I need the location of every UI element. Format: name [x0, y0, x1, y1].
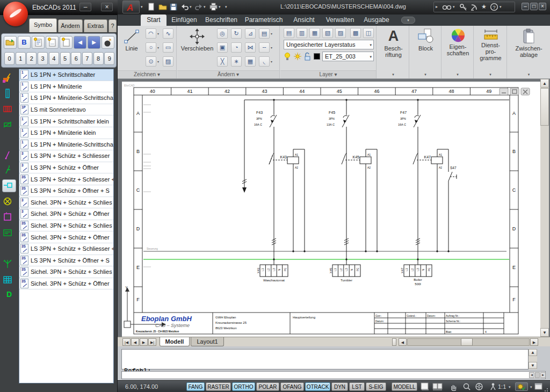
list-item[interactable]: 1LS 1PN + Schrittschalter [19, 69, 113, 81]
circle-caret-icon[interactable]: ▾ [157, 46, 159, 49]
list-item[interactable]: 3SSichel. 3PN + Schütz + Öffner [19, 278, 113, 290]
draworder-caret-icon[interactable]: ▾ [271, 32, 272, 35]
cmd-hscroll-thumb[interactable] [535, 372, 540, 378]
combo-caret-icon[interactable]: ▾ [370, 53, 372, 61]
titlebar[interactable]: A ▾ ▾ ▾ ▾ ▾ L:\2011\EBOCADS\MUSTERSCHEMA… [118, 0, 550, 14]
ribbon-tab-beschriften[interactable]: Beschriften [202, 14, 241, 26]
viewport-restore-button[interactable] [510, 88, 519, 95]
open-button[interactable] [158, 2, 168, 12]
toggle-otrack[interactable]: OTRACK [305, 382, 330, 391]
list-item[interactable]: 1LS 1PN + Minüterie klein [19, 127, 113, 139]
toggle-ofang[interactable]: OFANG [280, 382, 304, 391]
trim-button[interactable]: ⊿ [245, 28, 256, 39]
tool-box-icon[interactable] [2, 212, 16, 224]
digit-7-button[interactable]: 7 [82, 52, 92, 65]
tool-distribution-icon[interactable] [2, 104, 16, 117]
annotation-scale-value[interactable]: 1:1 [498, 383, 506, 390]
digit-6-button[interactable]: 6 [71, 52, 81, 65]
resize-grip[interactable] [542, 386, 548, 391]
scroll-up-icon[interactable]: ▲ [540, 79, 549, 88]
break-button[interactable]: ╌ [259, 42, 270, 53]
array-button[interactable]: ▦ [245, 56, 256, 67]
undo-caret-icon[interactable]: ▾ [190, 5, 192, 9]
palette-tab-aendern[interactable]: Ändern [58, 19, 83, 32]
layer-color-swatch[interactable] [314, 53, 320, 60]
list-item[interactable]: 3SSichel. 3PN + Schütz + Schlies [19, 266, 113, 278]
list-item[interactable]: 1PLS mit Sonnerietravo [19, 104, 113, 116]
window-minimize-button[interactable]: – [522, 3, 529, 10]
panel-label-aendern[interactable]: Ändern ▾ [177, 70, 279, 78]
cmd-scroll-down-icon[interactable]: ▼ [529, 362, 537, 369]
break-caret-icon[interactable]: ▾ [271, 46, 272, 49]
toggle-dyn[interactable]: DYN [331, 382, 348, 391]
panel-zwischenablage[interactable]: Zwischen-ablage ▾ [508, 26, 550, 78]
new-blank-button[interactable] [60, 36, 73, 49]
pan-button[interactable] [448, 382, 459, 391]
vscroll-thumb[interactable] [540, 88, 549, 126]
viewport-close-button[interactable] [521, 88, 530, 95]
digit-2-button[interactable]: 2 [26, 52, 37, 65]
panel-beschriftung[interactable]: A Besch-riftung ▾ [378, 26, 409, 78]
list-item[interactable]: 3SLS 3PN + Schütz + Schliesser + [19, 243, 113, 255]
toggle-polar[interactable]: POLAR [256, 382, 279, 391]
tool-switch-magenta-icon[interactable] [2, 149, 16, 162]
fillet-caret-icon[interactable]: ▾ [271, 60, 272, 63]
palette-tab-symbole[interactable]: Symbo [29, 18, 57, 32]
viewport-minimize-button[interactable] [500, 88, 508, 95]
rotate-button[interactable]: ↻ [231, 28, 242, 39]
scrollbar-resize-handle[interactable] [392, 338, 396, 346]
plot-button[interactable] [209, 2, 219, 12]
tool-configure-icon[interactable] [2, 73, 16, 86]
ribbon-minimize-button[interactable]: ▾ [401, 17, 415, 24]
palette-minimize-button[interactable]: – [79, 3, 91, 11]
offset-button[interactable]: ◔ [231, 42, 242, 53]
new-button[interactable] [147, 2, 157, 12]
toggle-lst[interactable]: LST [349, 382, 365, 391]
panel-dienstprogramme[interactable]: Dienst-pro-gramme ▾ [474, 26, 507, 78]
infocenter-expand-icon[interactable]: ▸ [436, 4, 438, 9]
panel-label-layer[interactable]: Layer ▾ [280, 70, 376, 78]
bold-b-button[interactable]: B [18, 36, 31, 49]
search-caret-icon[interactable]: ▾ [453, 5, 455, 9]
list-item[interactable]: 1LS 1PN + Minüterie-Schrittscha [19, 139, 113, 151]
new-symbol-button[interactable] [32, 36, 45, 49]
layer-unisolate-button[interactable]: ▨ [335, 28, 346, 38]
workspace-switch-button[interactable] [515, 382, 528, 391]
tab-layout1[interactable]: Layout1 [191, 337, 224, 346]
window-close-button[interactable]: × [539, 3, 546, 10]
layer-freeze-button[interactable]: ▩ [350, 28, 361, 38]
digit-1-button[interactable]: 1 [16, 52, 26, 65]
polyline-button[interactable]: ∿ [163, 28, 173, 39]
list-item[interactable]: 1LS 1PN + Minüterie [19, 81, 113, 93]
command-history[interactable]: Befehl: Befehl: *Abbruch* [121, 349, 529, 369]
list-item[interactable]: 3LS 3PN + Schütz + Schliesser [19, 150, 113, 162]
panel-label-zeichnen[interactable]: Zeichnen ▾ [118, 70, 176, 78]
tab-last-button[interactable]: ▶| [148, 338, 156, 346]
new-page-button[interactable] [46, 36, 59, 49]
ellipse-caret-icon[interactable]: ▾ [157, 60, 159, 63]
toggle-ortho[interactable]: ORTHO [232, 382, 255, 391]
panel-caret-icon[interactable]: ▾ [410, 72, 441, 77]
fillet-button[interactable]: ◟ [259, 56, 270, 67]
drawing-vscrollbar[interactable]: ▲ ▼ [540, 79, 549, 337]
subscription-button[interactable] [459, 3, 468, 12]
page-back-button[interactable]: ◀ [74, 36, 86, 49]
workspace-caret-icon[interactable]: ▾ [530, 385, 532, 389]
page-forward-button[interactable]: ▶ [88, 36, 100, 49]
layer-on-toggle[interactable] [284, 52, 291, 61]
layer-properties-button[interactable]: ▤ [284, 28, 294, 38]
list-item[interactable]: 3SSichel. 3PN + Schütz + Öffner [19, 231, 113, 243]
layer-thaw-toggle[interactable] [293, 52, 302, 61]
panel-caret-icon[interactable]: ▾ [474, 72, 506, 77]
list-item[interactable]: 3Sichel. 3PN + Schütz + Öffner [19, 208, 113, 220]
plot-caret-icon[interactable]: ▾ [219, 5, 221, 9]
circle-button[interactable]: ○ [146, 42, 156, 53]
palette-tab-help[interactable]: ? [108, 19, 117, 32]
search-button[interactable] [442, 3, 452, 12]
window-maximize-button[interactable]: □ [530, 3, 538, 10]
palette-tab-extras[interactable]: Extras [84, 19, 107, 32]
layer-prev-button[interactable]: ▦ [309, 28, 320, 38]
favorites-button[interactable]: ★ [481, 3, 487, 10]
list-item[interactable]: 1LS 1PN + Minüterie-Schrittscha [19, 92, 113, 104]
cmd-hscroll-left-icon[interactable]: ◀ [529, 372, 534, 378]
